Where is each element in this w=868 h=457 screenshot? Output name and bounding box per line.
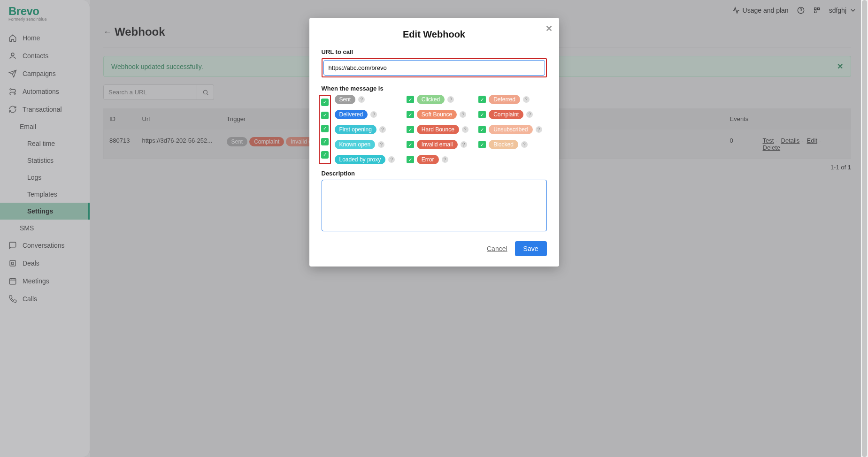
checkbox-soft-bounce[interactable]: ✓ <box>407 111 414 118</box>
event-hard-bounce: ✓ Hard Bounce ? <box>407 125 475 134</box>
event-pill: Deferred <box>489 95 520 104</box>
event-blocked: ✓ Blocked ? <box>478 140 546 149</box>
when-label: When the message is <box>322 85 547 92</box>
url-input[interactable] <box>323 60 545 76</box>
event-pill: Invalid email <box>417 140 458 149</box>
help-icon[interactable]: ? <box>526 111 533 118</box>
events-grid: Sent ? ✓ Clicked ? ✓ Deferred ? Delivere… <box>335 95 547 164</box>
checkbox-error[interactable]: ✓ <box>407 156 414 163</box>
checkbox-unsubscribed[interactable]: ✓ <box>478 126 486 133</box>
event-pill: Delivered <box>335 110 368 119</box>
event-pill: Known open <box>335 140 376 149</box>
checkbox-delivered[interactable]: ✓ <box>321 112 329 119</box>
event-error: ✓ Error ? <box>407 155 475 164</box>
help-icon[interactable]: ? <box>447 96 454 103</box>
event-first-opening: First opening ? <box>335 125 403 134</box>
edit-webhook-modal: ✕ Edit Webhook URL to call When the mess… <box>309 18 559 267</box>
event-deferred: ✓ Deferred ? <box>478 95 546 104</box>
event-invalid-email: ✓ Invalid email ? <box>407 140 475 149</box>
checkbox-loaded-by-proxy[interactable]: ✓ <box>321 151 329 159</box>
description-textarea[interactable] <box>322 180 547 231</box>
event-pill: Complaint <box>489 110 523 119</box>
checkbox-clicked[interactable]: ✓ <box>407 96 414 103</box>
event-pill: Soft Bounce <box>417 110 457 119</box>
help-icon[interactable]: ? <box>358 96 365 103</box>
checkbox-column-highlight: ✓ ✓ ✓ ✓ ✓ <box>319 95 331 164</box>
event-unsubscribed: ✓ Unsubscribed ? <box>478 125 546 134</box>
event-clicked: ✓ Clicked ? <box>407 95 475 104</box>
event-loaded-by-proxy: Loaded by proxy ? <box>335 155 403 164</box>
event-pill: Sent <box>335 95 356 104</box>
cancel-button[interactable]: Cancel <box>487 245 507 252</box>
help-icon[interactable]: ? <box>388 156 395 163</box>
description-label: Description <box>322 170 547 177</box>
help-icon[interactable]: ? <box>461 141 467 148</box>
modal-footer: Cancel Save <box>322 241 547 256</box>
event-delivered: Delivered ? <box>335 110 403 119</box>
close-icon[interactable]: ✕ <box>545 23 553 34</box>
checkbox-deferred[interactable]: ✓ <box>478 96 486 103</box>
help-icon[interactable]: ? <box>370 111 377 118</box>
url-label: URL to call <box>322 48 547 55</box>
event-known-open: Known open ? <box>335 140 403 149</box>
event-pill: Clicked <box>417 95 445 104</box>
checkbox-complaint[interactable]: ✓ <box>478 111 486 118</box>
event-pill: Error <box>417 155 439 164</box>
help-icon[interactable]: ? <box>378 141 384 148</box>
modal-title: Edit Webhook <box>322 29 547 40</box>
checkbox-first-opening[interactable]: ✓ <box>321 125 329 132</box>
checkbox-invalid-email[interactable]: ✓ <box>407 141 414 148</box>
event-complaint: ✓ Complaint ? <box>478 110 546 119</box>
help-icon[interactable]: ? <box>442 156 448 163</box>
event-pill: Blocked <box>489 140 518 149</box>
event-pill: First opening <box>335 125 376 134</box>
help-icon[interactable]: ? <box>462 126 469 133</box>
events-section: ✓ ✓ ✓ ✓ ✓ Sent ? ✓ Clicked ? <box>322 95 547 164</box>
checkbox-blocked[interactable]: ✓ <box>478 141 486 148</box>
checkbox-hard-bounce[interactable]: ✓ <box>407 126 414 133</box>
event-pill: Hard Bounce <box>417 125 459 134</box>
event-pill: Unsubscribed <box>489 125 532 134</box>
help-icon[interactable]: ? <box>379 126 386 133</box>
help-icon[interactable]: ? <box>460 111 466 118</box>
save-button[interactable]: Save <box>515 241 547 256</box>
url-highlight-box <box>322 58 547 77</box>
help-icon[interactable]: ? <box>523 96 530 103</box>
checkbox-sent[interactable]: ✓ <box>321 99 329 106</box>
event-sent: Sent ? <box>335 95 403 104</box>
event-soft-bounce: ✓ Soft Bounce ? <box>407 110 475 119</box>
help-icon[interactable]: ? <box>521 141 528 148</box>
scrollbar[interactable] <box>861 0 868 457</box>
modal-overlay: ✕ Edit Webhook URL to call When the mess… <box>0 0 868 457</box>
event-pill: Loaded by proxy <box>335 155 386 164</box>
help-icon[interactable]: ? <box>536 126 542 133</box>
checkbox-known-open[interactable]: ✓ <box>321 138 329 145</box>
